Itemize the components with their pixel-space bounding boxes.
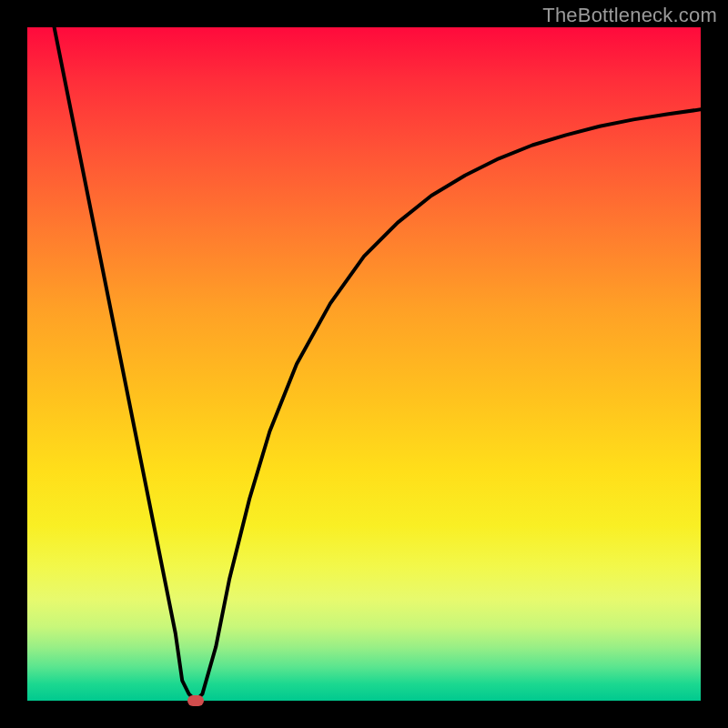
minimum-marker xyxy=(187,695,204,706)
attribution-text: TheBottleneck.com xyxy=(542,4,717,27)
plot-area xyxy=(27,27,701,701)
bottleneck-curve xyxy=(27,27,701,701)
chart-frame: TheBottleneck.com xyxy=(0,0,728,728)
